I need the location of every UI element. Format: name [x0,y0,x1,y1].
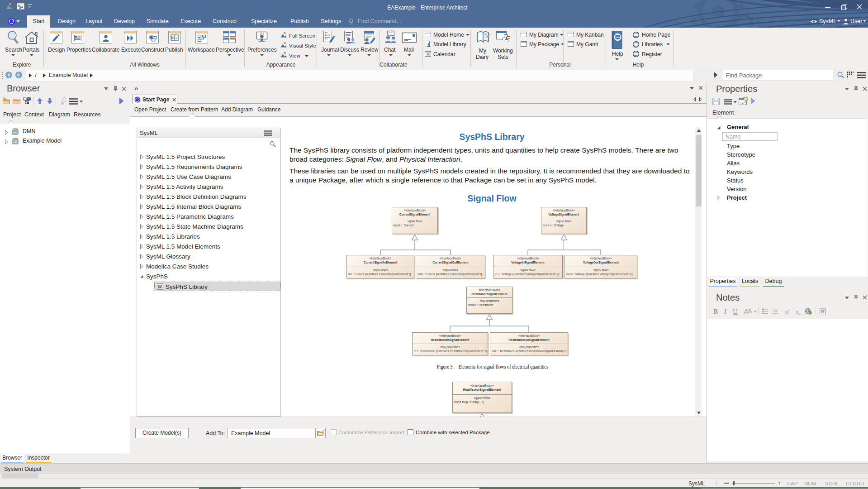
svg-text:3: 3 [772,313,773,315]
